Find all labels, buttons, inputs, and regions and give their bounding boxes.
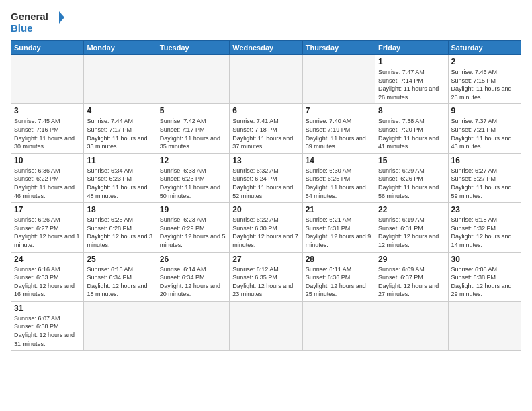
calendar-day-cell: 1Sunrise: 7:47 AM Sunset: 7:14 PM Daylig… xyxy=(375,55,448,104)
day-info: Sunrise: 6:32 AM Sunset: 6:24 PM Dayligh… xyxy=(232,167,299,200)
day-info: Sunrise: 6:15 AM Sunset: 6:34 PM Dayligh… xyxy=(87,265,153,299)
calendar-day-header: Saturday xyxy=(448,41,521,55)
calendar-day-cell xyxy=(302,55,375,104)
page: General Blue SundayMondayTuesdayWednesda… xyxy=(0,0,532,411)
generalblue-logo: General Blue xyxy=(11,8,64,35)
day-number: 2 xyxy=(451,57,518,66)
calendar-day-cell: 16Sunrise: 6:27 AM Sunset: 6:27 PM Dayli… xyxy=(448,153,521,202)
calendar-day-cell: 31Sunrise: 6:07 AM Sunset: 6:38 PM Dayli… xyxy=(11,301,84,350)
day-number: 23 xyxy=(451,205,518,214)
day-info: Sunrise: 6:30 AM Sunset: 6:25 PM Dayligh… xyxy=(306,167,372,200)
calendar-day-cell: 17Sunrise: 6:26 AM Sunset: 6:27 PM Dayli… xyxy=(11,203,84,252)
day-number: 6 xyxy=(232,106,299,116)
day-number: 21 xyxy=(306,205,372,214)
calendar-day-cell: 5Sunrise: 7:42 AM Sunset: 7:17 PM Daylig… xyxy=(157,104,229,153)
calendar-day-cell: 18Sunrise: 6:25 AM Sunset: 6:28 PM Dayli… xyxy=(84,203,157,252)
logo: General Blue xyxy=(11,8,64,35)
calendar-day-cell: 8Sunrise: 7:38 AM Sunset: 7:20 PM Daylig… xyxy=(375,104,448,153)
day-info: Sunrise: 7:46 AM Sunset: 7:15 PM Dayligh… xyxy=(451,68,518,101)
day-info: Sunrise: 6:14 AM Sunset: 6:34 PM Dayligh… xyxy=(160,265,226,299)
day-number: 11 xyxy=(87,156,153,165)
day-number: 5 xyxy=(160,106,226,116)
day-number: 12 xyxy=(160,156,226,165)
day-number: 22 xyxy=(378,205,445,214)
svg-text:Blue: Blue xyxy=(11,22,33,34)
calendar-day-cell xyxy=(230,55,302,104)
svg-marker-2 xyxy=(59,11,64,24)
day-number: 18 xyxy=(87,205,153,214)
day-info: Sunrise: 7:47 AM Sunset: 7:14 PM Dayligh… xyxy=(378,68,445,101)
calendar-day-cell: 30Sunrise: 6:08 AM Sunset: 6:38 PM Dayli… xyxy=(448,252,521,301)
calendar-day-cell xyxy=(11,55,84,104)
header: General Blue xyxy=(11,8,521,35)
calendar-day-cell: 28Sunrise: 6:11 AM Sunset: 6:36 PM Dayli… xyxy=(302,252,375,301)
day-info: Sunrise: 6:23 AM Sunset: 6:29 PM Dayligh… xyxy=(160,216,226,249)
calendar-day-cell: 22Sunrise: 6:19 AM Sunset: 6:31 PM Dayli… xyxy=(375,203,448,252)
day-number: 26 xyxy=(160,255,226,264)
day-info: Sunrise: 6:18 AM Sunset: 6:32 PM Dayligh… xyxy=(451,216,518,249)
day-info: Sunrise: 6:26 AM Sunset: 6:27 PM Dayligh… xyxy=(14,216,81,249)
day-info: Sunrise: 6:36 AM Sunset: 6:22 PM Dayligh… xyxy=(14,167,81,200)
day-info: Sunrise: 7:40 AM Sunset: 7:19 PM Dayligh… xyxy=(306,117,372,150)
calendar-day-cell xyxy=(375,301,448,350)
day-number: 8 xyxy=(378,106,445,116)
calendar-day-cell: 7Sunrise: 7:40 AM Sunset: 7:19 PM Daylig… xyxy=(302,104,375,153)
calendar-day-cell: 15Sunrise: 6:29 AM Sunset: 6:26 PM Dayli… xyxy=(375,153,448,202)
calendar-day-cell xyxy=(157,55,229,104)
day-number: 3 xyxy=(14,106,81,116)
calendar-day-cell: 20Sunrise: 6:22 AM Sunset: 6:30 PM Dayli… xyxy=(230,203,302,252)
day-number: 14 xyxy=(306,156,372,165)
day-number: 15 xyxy=(378,156,445,165)
day-info: Sunrise: 6:34 AM Sunset: 6:23 PM Dayligh… xyxy=(87,167,153,200)
day-number: 29 xyxy=(378,255,445,264)
day-info: Sunrise: 7:37 AM Sunset: 7:21 PM Dayligh… xyxy=(451,117,518,150)
day-number: 25 xyxy=(87,255,153,264)
calendar-day-cell: 14Sunrise: 6:30 AM Sunset: 6:25 PM Dayli… xyxy=(302,153,375,202)
calendar-day-cell: 27Sunrise: 6:12 AM Sunset: 6:35 PM Dayli… xyxy=(230,252,302,301)
day-number: 4 xyxy=(87,106,153,116)
calendar-day-cell: 26Sunrise: 6:14 AM Sunset: 6:34 PM Dayli… xyxy=(157,252,229,301)
calendar-week-row: 1Sunrise: 7:47 AM Sunset: 7:14 PM Daylig… xyxy=(11,55,521,104)
day-info: Sunrise: 6:27 AM Sunset: 6:27 PM Dayligh… xyxy=(451,167,518,200)
calendar-day-cell: 2Sunrise: 7:46 AM Sunset: 7:15 PM Daylig… xyxy=(448,55,521,104)
calendar-day-cell: 24Sunrise: 6:16 AM Sunset: 6:33 PM Dayli… xyxy=(11,252,84,301)
calendar-day-cell xyxy=(230,301,302,350)
day-info: Sunrise: 7:38 AM Sunset: 7:20 PM Dayligh… xyxy=(378,117,445,150)
day-number: 1 xyxy=(378,57,445,66)
day-number: 31 xyxy=(14,304,81,313)
calendar-week-row: 10Sunrise: 6:36 AM Sunset: 6:22 PM Dayli… xyxy=(11,153,521,202)
calendar-week-row: 31Sunrise: 6:07 AM Sunset: 6:38 PM Dayli… xyxy=(11,301,521,350)
calendar-day-cell: 11Sunrise: 6:34 AM Sunset: 6:23 PM Dayli… xyxy=(84,153,157,202)
calendar-day-cell xyxy=(84,301,157,350)
day-info: Sunrise: 7:44 AM Sunset: 7:17 PM Dayligh… xyxy=(87,117,153,150)
day-number: 10 xyxy=(14,156,81,165)
day-number: 9 xyxy=(451,106,518,116)
day-info: Sunrise: 7:45 AM Sunset: 7:16 PM Dayligh… xyxy=(14,117,81,150)
calendar-day-cell: 25Sunrise: 6:15 AM Sunset: 6:34 PM Dayli… xyxy=(84,252,157,301)
calendar-table: SundayMondayTuesdayWednesdayThursdayFrid… xyxy=(11,40,521,351)
day-number: 19 xyxy=(160,205,226,214)
calendar-day-cell: 13Sunrise: 6:32 AM Sunset: 6:24 PM Dayli… xyxy=(230,153,302,202)
calendar-day-cell xyxy=(448,301,521,350)
calendar-day-cell: 6Sunrise: 7:41 AM Sunset: 7:18 PM Daylig… xyxy=(230,104,302,153)
day-info: Sunrise: 6:08 AM Sunset: 6:38 PM Dayligh… xyxy=(451,265,518,299)
calendar-day-header: Thursday xyxy=(302,41,375,55)
calendar-day-cell: 29Sunrise: 6:09 AM Sunset: 6:37 PM Dayli… xyxy=(375,252,448,301)
calendar-day-header: Monday xyxy=(84,41,157,55)
day-info: Sunrise: 6:22 AM Sunset: 6:30 PM Dayligh… xyxy=(232,216,299,249)
day-info: Sunrise: 6:19 AM Sunset: 6:31 PM Dayligh… xyxy=(378,216,445,249)
calendar-week-row: 17Sunrise: 6:26 AM Sunset: 6:27 PM Dayli… xyxy=(11,203,521,252)
calendar-week-row: 3Sunrise: 7:45 AM Sunset: 7:16 PM Daylig… xyxy=(11,104,521,153)
day-info: Sunrise: 6:09 AM Sunset: 6:37 PM Dayligh… xyxy=(378,265,445,299)
day-number: 17 xyxy=(14,205,81,214)
day-info: Sunrise: 6:33 AM Sunset: 6:23 PM Dayligh… xyxy=(160,167,226,200)
day-info: Sunrise: 7:41 AM Sunset: 7:18 PM Dayligh… xyxy=(232,117,299,150)
calendar-week-row: 24Sunrise: 6:16 AM Sunset: 6:33 PM Dayli… xyxy=(11,252,521,301)
day-number: 16 xyxy=(451,156,518,165)
calendar-header-row: SundayMondayTuesdayWednesdayThursdayFrid… xyxy=(11,41,521,55)
day-number: 20 xyxy=(232,205,299,214)
day-number: 30 xyxy=(451,255,518,264)
day-info: Sunrise: 6:11 AM Sunset: 6:36 PM Dayligh… xyxy=(306,265,372,299)
day-info: Sunrise: 6:12 AM Sunset: 6:35 PM Dayligh… xyxy=(232,265,299,299)
calendar-day-cell: 23Sunrise: 6:18 AM Sunset: 6:32 PM Dayli… xyxy=(448,203,521,252)
